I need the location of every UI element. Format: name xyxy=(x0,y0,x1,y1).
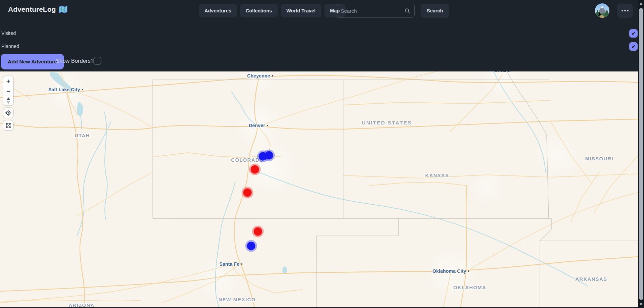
fullscreen-control xyxy=(3,120,13,130)
planned-label: Planned xyxy=(1,44,19,49)
visited-adventure-marker[interactable] xyxy=(254,227,262,236)
state-label-text: OKLAHOMA xyxy=(453,285,486,290)
avatar[interactable] xyxy=(595,3,609,18)
state-label-utah: UTAH xyxy=(75,133,90,138)
scrollbar-down-arrow[interactable] xyxy=(640,303,642,306)
city-label-text: Denver xyxy=(249,123,265,128)
geolocate-control xyxy=(3,108,13,118)
scrollbar-thumb[interactable] xyxy=(639,8,643,300)
city-dot-icon xyxy=(272,75,274,77)
zoom-in-button[interactable]: + xyxy=(3,76,13,86)
compass-button[interactable] xyxy=(3,96,13,105)
state-label-arizona: ARIZONA xyxy=(68,303,94,307)
city-dot-icon xyxy=(468,270,470,272)
navbar: AdventureLog Adventures Collections Worl… xyxy=(0,0,644,21)
ellipsis-icon xyxy=(622,10,623,12)
app-title: AdventureLog xyxy=(8,5,56,13)
zoom-out-button[interactable]: − xyxy=(3,86,13,96)
city-label-santa-fe: Santa Fe xyxy=(219,261,242,267)
search-input-box[interactable] xyxy=(336,4,415,18)
state-label-text: ARKANSAS xyxy=(576,276,607,282)
state-label-arkansas: ARKANSAS xyxy=(576,276,607,282)
visited-adventure-marker[interactable] xyxy=(243,189,252,197)
zoom-control-group: + − xyxy=(3,76,13,105)
search-button[interactable]: Search xyxy=(421,4,449,18)
state-label-text: MISSOURI xyxy=(585,156,614,161)
vertical-scrollbar xyxy=(638,0,644,308)
city-label-text: Oklahoma City xyxy=(432,268,466,274)
nav-world-travel-button[interactable]: World Travel xyxy=(281,4,321,17)
fullscreen-button[interactable] xyxy=(3,120,13,130)
state-label-new-mexico: NEW MEXICO xyxy=(218,297,256,302)
nav-adventures-button[interactable]: Adventures xyxy=(199,4,237,17)
city-dot-icon xyxy=(267,125,269,126)
state-label-kansas: KANSAS xyxy=(425,173,449,178)
city-label-text: Cheyenne xyxy=(247,73,270,79)
city-label-omaha: Omaha xyxy=(494,71,510,73)
compass-icon xyxy=(6,97,10,104)
visited-adventure-marker[interactable] xyxy=(251,165,259,174)
city-label-oklahoma-city: Oklahoma City xyxy=(432,268,469,274)
visited-label: Visited xyxy=(1,31,16,36)
map-base-layer xyxy=(0,71,638,307)
search-area: Search xyxy=(336,4,449,18)
scrollbar-up-arrow[interactable] xyxy=(640,2,642,5)
city-dot-icon xyxy=(82,89,84,91)
city-dot-icon xyxy=(241,263,243,265)
city-label-denver: Denver xyxy=(249,123,268,128)
city-label-text: Omaha xyxy=(494,71,510,73)
overflow-menu-button[interactable] xyxy=(617,4,633,18)
geolocate-button[interactable] xyxy=(3,108,13,118)
city-label-cheyenne: Cheyenne xyxy=(247,73,273,79)
add-new-adventure-button[interactable]: Add New Adventure xyxy=(1,54,64,69)
app-logo[interactable]: AdventureLog xyxy=(8,5,67,14)
state-label-text: ARIZONA xyxy=(68,303,94,307)
state-label-text: NEW MEXICO xyxy=(218,297,256,302)
country-label-united-states: UNITED STATES xyxy=(362,120,412,126)
search-input[interactable] xyxy=(340,8,405,14)
country-label-text: UNITED STATES xyxy=(362,120,412,126)
planned-checkbox[interactable] xyxy=(629,42,638,51)
show-borders-checkbox[interactable] xyxy=(93,57,101,65)
search-icon xyxy=(405,8,410,14)
city-label-salt-lake-city: Salt Lake City xyxy=(48,87,83,92)
planned-adventure-marker[interactable] xyxy=(259,152,267,161)
world-map-icon xyxy=(59,5,67,14)
city-label-text: Salt Lake City xyxy=(48,87,80,92)
state-label-text: KANSAS xyxy=(425,173,449,178)
nav-collections-button[interactable]: Collections xyxy=(240,4,278,17)
state-label-text: UTAH xyxy=(75,133,90,138)
show-borders-label: Show Borders? xyxy=(56,58,94,64)
city-label-text: Santa Fe xyxy=(219,261,239,267)
fullscreen-icon xyxy=(5,122,12,129)
planned-adventure-marker[interactable] xyxy=(247,242,256,250)
map-canvas[interactable]: CheyenneSalt Lake CityDenverSanta FeOkla… xyxy=(0,71,638,307)
geolocate-icon xyxy=(5,110,11,116)
state-label-missouri: MISSOURI xyxy=(585,156,614,161)
visited-checkbox[interactable] xyxy=(629,29,638,38)
state-label-oklahoma: OKLAHOMA xyxy=(453,285,486,290)
nav-links: Adventures Collections World Travel Map xyxy=(199,4,346,17)
